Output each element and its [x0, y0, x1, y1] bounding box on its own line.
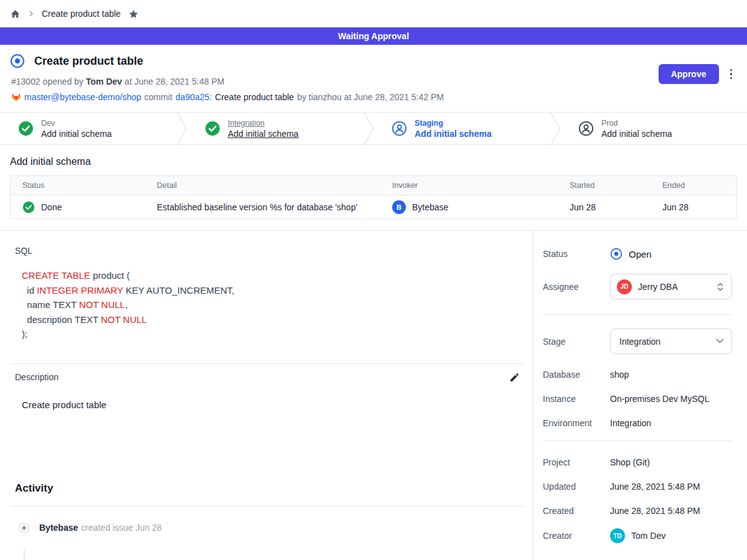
assignee-value: Jerry DBA	[638, 282, 710, 292]
commit-word: commit	[144, 92, 172, 102]
avatar: JD	[617, 279, 632, 294]
assignee-select[interactable]: JD Jerry DBA	[610, 274, 732, 299]
pipeline-stages: Dev Add initial schema Integration Add i…	[0, 113, 747, 145]
commit-hash-link[interactable]: da90a25:	[176, 92, 212, 102]
commit-info: master@bytebase-demo/shop commit da90a25…	[11, 92, 732, 102]
plus-icon: +	[17, 521, 31, 534]
created-value: June 28, 2021 5:48 PM	[610, 506, 700, 516]
divider	[543, 441, 732, 441]
created-label: Created	[543, 506, 610, 516]
task-status: Done	[41, 202, 62, 212]
environment-value: Integration	[610, 418, 651, 428]
task-ended: Jun 28	[662, 202, 736, 212]
sql-code: CREATE TABLE product ( id INTEGER PRIMAR…	[22, 268, 525, 342]
stage-label: Stage	[543, 337, 610, 347]
stage-name: Dev	[41, 118, 112, 128]
database-label: Database	[543, 370, 610, 380]
avatar: B	[392, 200, 406, 214]
stage-value: Integration	[617, 337, 710, 347]
gitlab-icon	[11, 92, 21, 102]
stage-name: Staging	[415, 118, 492, 128]
issue-open-icon	[10, 54, 25, 68]
stage-name: Prod	[601, 118, 672, 128]
col-ended: Ended	[662, 181, 736, 190]
issue-number: #13002 opened by	[11, 77, 83, 86]
divider	[10, 506, 525, 506]
stage-staging[interactable]: Staging Add initial schema	[374, 113, 560, 144]
divider	[10, 363, 525, 364]
task-table: Status Detail Invoker Started Ended Done…	[10, 175, 737, 219]
activity-heading: Activity	[15, 482, 525, 495]
task-heading: Add initial schema	[10, 156, 737, 167]
issue-header: Create product table #13002 opened by To…	[0, 45, 747, 113]
status-banner: Waiting Approval	[0, 27, 747, 45]
opener-name: Tom Dev	[86, 77, 122, 86]
stage-task: Add initial schema	[601, 128, 672, 139]
commit-byline: by tianzhou at June 28, 2021 5:42 PM	[297, 92, 444, 102]
project-label: Project	[543, 457, 610, 467]
environment-label: Environment	[543, 418, 610, 428]
timeline-line	[24, 550, 25, 560]
edit-pencil-icon[interactable]	[509, 372, 520, 383]
opened-time: at June 28, 2021 5:48 PM	[125, 77, 224, 86]
breadcrumb-page[interactable]: Create product table	[42, 9, 121, 19]
col-started: Started	[570, 181, 662, 190]
chevron-down-icon	[716, 338, 724, 344]
issue-open-icon	[610, 248, 622, 260]
approve-button[interactable]: Approve	[659, 64, 719, 84]
page-title: Create product table	[34, 55, 143, 68]
creator-value: Tom Dev	[631, 531, 665, 541]
sql-label: SQL	[15, 246, 525, 256]
stage-separator	[364, 113, 374, 145]
star-icon[interactable]	[128, 9, 139, 19]
database-value: shop	[610, 370, 629, 380]
more-options-icon[interactable]	[729, 68, 734, 81]
status-value: Open	[629, 249, 652, 259]
task-started: Jun 28	[570, 202, 662, 212]
updated-value: June 28, 2021 5:48 PM	[610, 482, 700, 492]
col-invoker: Invoker	[392, 181, 570, 190]
issue-meta: #13002 opened by Tom Dev at June 28, 202…	[11, 77, 732, 86]
task-detail: Established baseline version %s for data…	[157, 202, 392, 212]
stage-select[interactable]: Integration	[610, 329, 732, 354]
project-value: Shop (Git)	[610, 457, 650, 467]
stage-integration[interactable]: Integration Add initial schema	[187, 113, 374, 144]
home-icon[interactable]	[10, 9, 21, 19]
stage-task: Add initial schema	[41, 128, 112, 139]
invoker-name: Bytebase	[412, 202, 448, 212]
description-label: Description	[15, 372, 59, 382]
user-circle-icon	[578, 121, 594, 136]
stage-prod[interactable]: Prod Add initial schema	[560, 113, 747, 144]
description-text: Create product table	[22, 399, 525, 410]
stage-task: Add initial schema	[228, 128, 299, 139]
activity-item: + Bytebase created issue Jun 28	[17, 521, 525, 534]
user-circle-icon	[392, 121, 407, 136]
stage-separator	[551, 113, 560, 145]
stage-name: Integration	[228, 118, 299, 128]
table-row[interactable]: Done Established baseline version %s for…	[11, 195, 736, 218]
creator-label: Creator	[543, 531, 610, 541]
breadcrumb: Create product table	[0, 0, 747, 27]
status-label: Status	[543, 249, 610, 259]
updated-label: Updated	[543, 482, 610, 492]
stage-separator	[177, 113, 187, 145]
stage-dev[interactable]: Dev Add initial schema	[0, 113, 187, 144]
issue-sidebar: Status Open Assignee JD Jerry DBA Stage	[533, 231, 747, 560]
branch-link[interactable]: master@bytebase-demo/shop	[24, 92, 141, 102]
check-circle-icon	[205, 121, 220, 136]
main-panel: SQL CREATE TABLE product ( id INTEGER PR…	[0, 231, 533, 560]
table-header: Status Detail Invoker Started Ended	[11, 176, 736, 195]
activity-action: created issue Jun 28	[81, 523, 161, 533]
commit-message: Create product table	[215, 92, 294, 102]
assignee-label: Assignee	[543, 282, 610, 292]
updown-chevron-icon	[716, 282, 724, 292]
avatar: TD	[610, 528, 625, 543]
stage-task: Add initial schema	[415, 128, 492, 139]
divider	[543, 314, 732, 315]
col-detail: Detail	[157, 181, 392, 190]
check-circle-icon	[18, 121, 34, 136]
instance-label: Instance	[543, 394, 610, 404]
task-section: Add initial schema Status Detail Invoker…	[0, 145, 747, 230]
activity-actor: Bytebase	[39, 523, 78, 533]
col-status: Status	[11, 181, 157, 190]
